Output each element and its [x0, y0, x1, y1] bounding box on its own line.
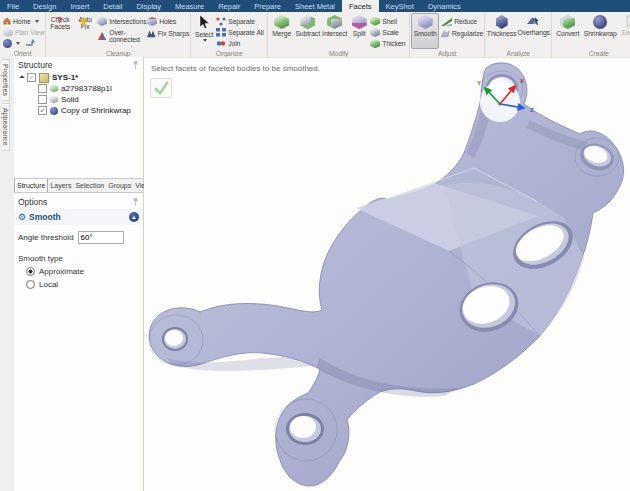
pin-icon[interactable] — [132, 61, 139, 69]
tree-row-child[interactable]: ✓ Copy of Shrinkwrap — [20, 105, 143, 116]
scale-button[interactable]: Scale — [370, 27, 408, 37]
tab-display[interactable]: Display — [129, 0, 168, 12]
tab-design[interactable]: Design — [26, 0, 63, 12]
caret-down-icon — [203, 39, 207, 42]
merge-icon — [274, 15, 289, 29]
structure-panel-header: Structure — [14, 57, 143, 71]
checkbox-body1[interactable] — [38, 84, 47, 93]
structure-tree: ✓ SYS-1* a27983788p1l Solid ✓ Copy of Sh… — [14, 71, 143, 116]
group-create: Convert Shrinkwrap Export Create — [552, 12, 630, 57]
fix-sharps-icon — [147, 29, 156, 38]
auto-fix-button[interactable]: Auto Fix — [73, 13, 97, 49]
checkbox-shrinkwrap[interactable]: ✓ — [38, 106, 47, 115]
tree-row-child[interactable]: a27983788p1l — [20, 83, 143, 94]
select-button[interactable]: Select — [192, 13, 216, 49]
facet-body-icon — [50, 85, 58, 93]
tab-dynamics[interactable]: Dynamics — [421, 0, 468, 12]
group-orient: Home Plan View Orient — [0, 12, 46, 57]
left-panel: Structure ✓ SYS-1* a27983788p1l Solid ✓ … — [14, 57, 144, 491]
separate-all-button[interactable]: Separate All — [216, 27, 266, 37]
side-tab-properties[interactable]: Properties — [2, 59, 10, 101]
split-button[interactable]: Split — [348, 13, 370, 49]
model-hole-left — [162, 327, 188, 351]
shell-button[interactable]: Shell — [370, 16, 408, 26]
shrinkwrap-icon — [593, 15, 607, 29]
overhangs-button[interactable]: Overhangs — [517, 13, 550, 49]
radio-approximate[interactable]: Approximate — [14, 263, 143, 276]
check-facets-button[interactable]: ? Check Facets — [47, 13, 73, 49]
subtract-button[interactable]: Subtract — [294, 13, 321, 49]
active-tool-row: ⚙ Smooth — [14, 209, 143, 225]
separate-all-icon — [216, 28, 226, 37]
group-label-adjust: Adjust — [410, 50, 484, 57]
tree-row-child[interactable]: Solid — [20, 94, 143, 105]
join-button[interactable]: Join — [216, 39, 266, 49]
thickness-button[interactable]: Thickness — [486, 13, 517, 49]
ribbon: Home Plan View Orient ? Check Facets Aut… — [0, 12, 630, 58]
tab-repair[interactable]: Repair — [211, 0, 247, 12]
intersections-button[interactable]: Intersections — [97, 16, 147, 27]
side-tab-appearance[interactable]: Appearance — [2, 103, 10, 151]
thicken-icon — [370, 39, 380, 48]
tab-measure[interactable]: Measure — [168, 0, 211, 12]
overhangs-icon — [526, 15, 541, 28]
tab-keyshot[interactable]: KeyShot — [379, 0, 421, 12]
collapse-options-button[interactable] — [129, 212, 139, 222]
3d-viewport[interactable]: Y X Z — [144, 58, 630, 491]
panel-tab-structure[interactable]: Structure — [14, 179, 48, 192]
options-header: Options — [14, 193, 143, 209]
convert-icon — [560, 15, 575, 29]
group-label-organize: Organize — [191, 50, 267, 57]
smooth-type-label: Smooth type — [14, 246, 143, 263]
tab-insert[interactable]: Insert — [63, 0, 96, 12]
angle-threshold-input[interactable] — [78, 231, 124, 244]
tab-prepare[interactable]: Prepare — [247, 0, 288, 12]
reduce-button[interactable]: Reduce — [441, 16, 483, 27]
holes-icon — [147, 17, 157, 26]
spin-button[interactable] — [3, 39, 44, 49]
scale-icon — [370, 28, 380, 37]
component-icon — [39, 73, 49, 83]
home-icon — [3, 17, 11, 25]
smooth-button[interactable]: Smooth — [411, 13, 439, 49]
tab-facets[interactable]: Facets — [342, 0, 379, 12]
tab-sheet-metal[interactable]: Sheet Metal — [288, 0, 342, 12]
regularize-button[interactable]: Regularize — [441, 28, 483, 39]
home-button[interactable]: Home — [3, 16, 44, 26]
panel-tab-groups[interactable]: Groups — [106, 179, 133, 192]
checkbox-root[interactable]: ✓ — [27, 73, 36, 82]
thicken-button[interactable]: Thicken — [370, 39, 408, 49]
menu-bar: File Design Insert Detail Display Measur… — [0, 0, 630, 12]
tab-file[interactable]: File — [0, 0, 26, 12]
holes-button[interactable]: Holes — [147, 16, 189, 27]
axis-x-label: X — [520, 78, 524, 84]
reduce-icon — [441, 18, 452, 26]
design-canvas[interactable]: Select facets or faceted bodies to be sm… — [144, 57, 630, 491]
pin-icon[interactable] — [132, 198, 139, 206]
export-icon — [625, 15, 630, 28]
plan-view-icon — [3, 28, 13, 37]
merge-button[interactable]: Merge — [269, 13, 294, 49]
tab-detail[interactable]: Detail — [96, 0, 129, 12]
group-label-orient: Orient — [0, 50, 45, 57]
group-label-analyze: Analyze — [485, 50, 551, 57]
tree-row-root[interactable]: ✓ SYS-1* — [20, 72, 143, 83]
panel-tab-layers[interactable]: Layers — [48, 179, 73, 192]
export-button[interactable]: Export — [618, 13, 630, 49]
panel-tab-selection[interactable]: Selection — [73, 179, 106, 192]
active-tool-name: Smooth — [29, 212, 126, 222]
shrinkwrap-button[interactable]: Shrinkwrap — [582, 13, 618, 49]
plan-view-button[interactable]: Plan View — [3, 27, 44, 37]
intersections-icon — [97, 17, 107, 26]
checkbox-solid[interactable] — [38, 95, 47, 104]
separate-button[interactable]: Separate — [216, 16, 266, 26]
group-modify: Merge Subtract Intersect Split Shell Sca… — [268, 12, 410, 57]
over-connected-button[interactable]: Over-connected — [97, 28, 147, 44]
intersect-button[interactable]: Intersect — [321, 13, 348, 49]
expander-icon[interactable] — [19, 75, 25, 81]
caret-down-icon — [16, 42, 20, 45]
fix-sharps-button[interactable]: Fix Sharps — [147, 28, 189, 39]
radio-local[interactable]: Local — [14, 276, 143, 289]
convert-button[interactable]: Convert — [553, 13, 582, 49]
group-analyze: Thickness Overhangs Analyze — [485, 12, 552, 57]
